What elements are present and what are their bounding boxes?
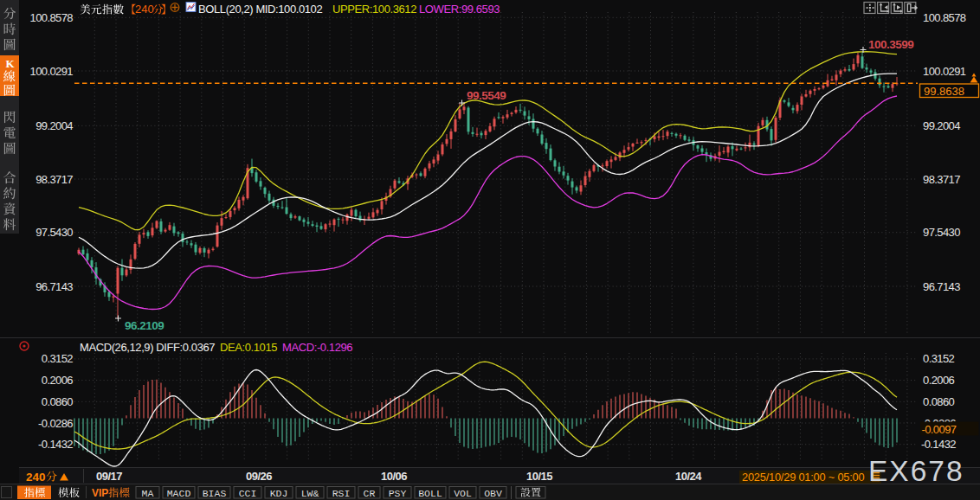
svg-text:99.2004: 99.2004: [35, 119, 73, 132]
svg-text:240: 240: [135, 3, 154, 16]
svg-text:PSY: PSY: [389, 488, 407, 499]
svg-text:100.8578: 100.8578: [30, 11, 74, 24]
svg-text:LW&: LW&: [301, 488, 319, 499]
svg-text:-0.1432: -0.1432: [921, 438, 956, 451]
svg-text:99.2004: 99.2004: [923, 119, 960, 132]
svg-text:OBV: OBV: [484, 488, 502, 499]
svg-text:96.7143: 96.7143: [923, 280, 960, 293]
svg-text:0.2006: 0.2006: [923, 374, 955, 387]
svg-text:LOWER:99.6593: LOWER:99.6593: [419, 3, 500, 16]
svg-text:BOLL: BOLL: [418, 488, 442, 499]
svg-text:100.8578: 100.8578: [923, 11, 966, 24]
svg-text:K: K: [6, 57, 16, 70]
svg-text:240: 240: [26, 471, 46, 484]
svg-text:98.3717: 98.3717: [923, 173, 960, 186]
svg-text:10/24: 10/24: [675, 470, 702, 483]
svg-text:100.3599: 100.3599: [868, 38, 913, 51]
svg-text:2025/10/29 01:00 ~ 05:00: 2025/10/29 01:00 ~ 05:00: [742, 471, 865, 484]
svg-text:0.3152: 0.3152: [42, 352, 74, 365]
svg-text:10/15: 10/15: [526, 470, 552, 483]
svg-text:100.0291: 100.0291: [923, 65, 966, 78]
svg-text:BOLL(20,2) MID:100.0102: BOLL(20,2) MID:100.0102: [198, 3, 322, 16]
svg-text:-0.0097: -0.0097: [922, 423, 957, 436]
svg-text:CR: CR: [364, 488, 376, 499]
svg-text:UPPER:100.3612: UPPER:100.3612: [332, 3, 416, 16]
svg-text:MACD(26,12,9) DIFF:0.0367: MACD(26,12,9) DIFF:0.0367: [80, 341, 215, 354]
svg-text:-0.0286: -0.0286: [38, 417, 73, 430]
svg-text:96.7143: 96.7143: [35, 280, 73, 293]
svg-text:KDJ: KDJ: [270, 488, 288, 499]
svg-text:99.5549: 99.5549: [467, 89, 506, 102]
svg-text:99.8638: 99.8638: [924, 85, 964, 98]
svg-text:CCI: CCI: [239, 488, 257, 499]
svg-text:10/06: 10/06: [381, 470, 407, 483]
svg-text:98.3717: 98.3717: [35, 173, 73, 186]
svg-text:0.0860: 0.0860: [923, 395, 955, 408]
svg-text:-0.1432: -0.1432: [38, 438, 73, 451]
svg-text:0.2006: 0.2006: [42, 374, 74, 387]
svg-text:MACD: MACD: [167, 488, 191, 499]
svg-text:MA: MA: [142, 488, 154, 499]
svg-text:VIP: VIP: [92, 487, 108, 499]
svg-text:RSI: RSI: [332, 488, 351, 499]
svg-text:0.3152: 0.3152: [923, 352, 955, 365]
svg-text:BIAS: BIAS: [203, 488, 227, 499]
svg-text:96.2109: 96.2109: [125, 319, 164, 332]
svg-text:97.5430: 97.5430: [923, 226, 960, 239]
svg-text:EX678: EX678: [868, 455, 964, 487]
svg-text:VOL: VOL: [454, 488, 472, 499]
svg-text:DEA:0.1015: DEA:0.1015: [220, 341, 277, 354]
svg-text:100.0291: 100.0291: [30, 65, 74, 78]
svg-text:0.0860: 0.0860: [42, 395, 74, 408]
svg-text:MACD:-0.1296: MACD:-0.1296: [282, 341, 352, 354]
svg-text:09/17: 09/17: [96, 470, 122, 483]
svg-text:97.5430: 97.5430: [35, 226, 73, 239]
svg-text:09/26: 09/26: [246, 470, 272, 483]
